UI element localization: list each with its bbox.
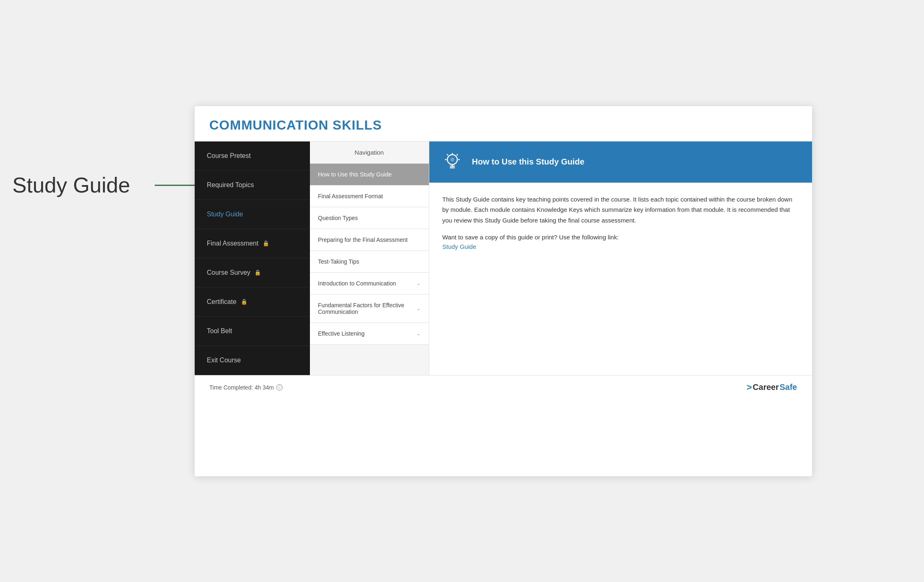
nav-item-label: Effective Listening (318, 330, 365, 337)
nav-item-label: Test-Taking Tips (318, 258, 359, 265)
nav-item-label: Fundamental Factors for Effective Commun… (318, 302, 417, 315)
study-guide-link[interactable]: Study Guide (442, 243, 477, 250)
brand-career: Career (753, 383, 779, 392)
sidebar-item-label: Exit Course (207, 357, 241, 364)
sidebar-item-certificate[interactable]: Certificate 🔒 (195, 288, 310, 317)
svg-line-8 (456, 154, 458, 155)
lock-icon: 🔒 (263, 240, 269, 246)
brand-arrow: > (747, 382, 752, 393)
nav-item-label: Introduction to Communication (318, 280, 396, 287)
study-guide-label: Study Guide (12, 173, 130, 197)
nav-item-intro-communication[interactable]: Introduction to Communication ⌄ (310, 273, 429, 294)
nav-item-label: Question Types (318, 215, 358, 221)
nav-item-preparing-final[interactable]: Preparing for the Final Assessment (310, 229, 429, 251)
sidebar-item-label: Course Pretest (207, 152, 251, 160)
sidebar-item-course-pretest[interactable]: Course Pretest (195, 141, 310, 171)
brand-safe: Safe (780, 383, 797, 392)
sidebar-item-label: Study Guide (207, 211, 243, 218)
middle-panel: Navigation How to Use this Study Guide F… (310, 141, 429, 375)
time-label: Time Completed: 4h 34m (209, 384, 274, 391)
sidebar-item-label: Tool Belt (207, 327, 232, 335)
nav-item-label: Final Assessment Format (318, 193, 383, 199)
sidebar-item-label: Required Topics (207, 181, 254, 189)
nav-header: Navigation (310, 141, 429, 164)
left-sidebar: Course Pretest Required Topics Study Gui… (195, 141, 310, 375)
card-header: COMMUNICATION SKILLS (195, 106, 812, 141)
sidebar-item-label: Certificate (207, 298, 237, 306)
nav-item-how-to-use[interactable]: How to Use this Study Guide (310, 164, 429, 185)
card-body: Course Pretest Required Topics Study Gui… (195, 141, 812, 375)
sidebar-item-required-topics[interactable]: Required Topics (195, 171, 310, 200)
main-card: COMMUNICATION SKILLS Course Pretest Requ… (195, 106, 812, 476)
sidebar-item-final-assessment[interactable]: Final Assessment 🔒 (195, 229, 310, 258)
chevron-down-icon: ⌄ (417, 331, 421, 336)
right-content-panel: How to Use this Study Guide This Study G… (429, 141, 812, 375)
sidebar-item-tool-belt[interactable]: Tool Belt (195, 317, 310, 346)
content-body: This Study Guide contains key teaching p… (429, 183, 812, 375)
info-icon[interactable]: ⓘ (276, 384, 283, 391)
svg-point-9 (450, 158, 454, 162)
content-header-title: How to Use this Study Guide (472, 157, 584, 167)
nav-item-question-types[interactable]: Question Types (310, 207, 429, 229)
study-guide-annotation: Study Guide (12, 173, 212, 197)
sidebar-item-label: Final Assessment (207, 240, 258, 247)
chevron-down-icon: ⌄ (417, 306, 421, 311)
nav-item-test-taking-tips[interactable]: Test-Taking Tips (310, 251, 429, 273)
content-header: How to Use this Study Guide (429, 141, 812, 183)
footer-time-completed: Time Completed: 4h 34m ⓘ (209, 384, 283, 391)
nav-item-effective-listening[interactable]: Effective Listening ⌄ (310, 323, 429, 345)
sidebar-item-study-guide[interactable]: Study Guide (195, 200, 310, 229)
lock-icon: 🔒 (254, 269, 261, 276)
card-title: COMMUNICATION SKILLS (209, 118, 382, 132)
content-save-label: Want to save a copy of this guide or pri… (442, 234, 799, 241)
nav-item-final-assessment-format[interactable]: Final Assessment Format (310, 185, 429, 207)
chevron-down-icon: ⌄ (417, 281, 421, 286)
footer-brand: > Career Safe (747, 382, 797, 393)
lightbulb-icon (441, 151, 464, 174)
sidebar-item-course-survey[interactable]: Course Survey 🔒 (195, 258, 310, 288)
content-paragraph: This Study Guide contains key teaching p… (442, 194, 799, 226)
sidebar-item-exit-course[interactable]: Exit Course (195, 346, 310, 375)
nav-item-label: Preparing for the Final Assessment (318, 237, 408, 243)
sidebar-item-label: Course Survey (207, 269, 251, 276)
svg-line-7 (447, 154, 448, 155)
nav-item-label: How to Use this Study Guide (318, 171, 392, 178)
card-footer: Time Completed: 4h 34m ⓘ > Career Safe (195, 375, 812, 399)
nav-item-fundamental-factors[interactable]: Fundamental Factors for Effective Commun… (310, 294, 429, 323)
lock-icon: 🔒 (241, 299, 247, 305)
